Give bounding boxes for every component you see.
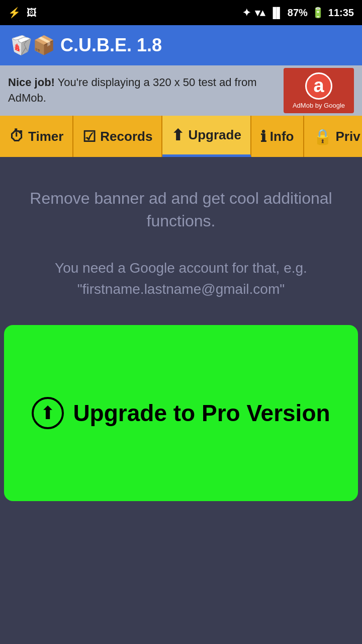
timer-icon: ⏱: [9, 128, 24, 145]
tab-timer[interactable]: ⏱ Timer: [0, 116, 73, 157]
tab-privacy-label: Priv: [336, 129, 360, 144]
upgrade-tab-icon: ⬆: [171, 126, 184, 144]
tab-info[interactable]: ℹ Info: [251, 116, 304, 157]
ad-banner: Nice job! You're displaying a 320 x 50 t…: [0, 65, 362, 116]
signal-icon: ▐▌: [269, 7, 283, 19]
promo-text-secondary: You need a Google account for that, e.g.…: [15, 258, 347, 300]
records-icon: ☑: [82, 128, 96, 145]
battery-icon: 🔋: [312, 7, 324, 19]
status-left-icons: ⚡ 🖼: [8, 7, 37, 19]
usb-icon: ⚡: [8, 7, 21, 19]
app-emoji: 🥡📦: [10, 35, 55, 55]
status-right-icons: ✦ ▾▴ ▐▌ 87% 🔋 11:35: [242, 7, 354, 19]
promo-text-primary: Remove banner ad and get cool additional…: [15, 187, 347, 232]
image-icon: 🖼: [27, 7, 37, 19]
upgrade-button-container: ⬆ Upgrade to Pro Version: [0, 325, 362, 501]
tab-info-label: Info: [270, 129, 294, 144]
wifi-icon: ▾▴: [255, 7, 265, 19]
ad-text: Nice job! You're displaying a 320 x 50 t…: [8, 75, 284, 106]
bluetooth-icon: ✦: [242, 7, 251, 19]
clock: 11:35: [328, 7, 354, 19]
nav-tabs: ⏱ Timer ☑ Records ⬆ Upgrade ℹ Info 🔒 Pri…: [0, 116, 362, 157]
tab-records-label: Records: [100, 129, 152, 144]
battery-percent: 87%: [288, 7, 308, 19]
upgrade-circle-icon: ⬆: [32, 397, 64, 429]
tab-privacy[interactable]: 🔒 Priv: [304, 116, 362, 157]
lock-icon: 🔒: [313, 128, 332, 145]
app-header: 🥡📦 C.U.B.E. 1.8: [0, 25, 362, 65]
tab-upgrade-label: Upgrade: [188, 127, 241, 143]
admob-label: AdMob by Google: [293, 102, 345, 109]
upgrade-button-label: Upgrade to Pro Version: [73, 399, 330, 427]
tab-upgrade[interactable]: ⬆ Upgrade: [162, 116, 251, 157]
ad-bold-text: Nice job!: [8, 76, 55, 89]
main-content: Remove banner ad and get cool additional…: [0, 157, 362, 521]
tab-records[interactable]: ☑ Records: [73, 116, 162, 157]
info-icon: ℹ: [260, 128, 266, 145]
admob-icon: a: [305, 72, 332, 100]
ad-logo[interactable]: a AdMob by Google: [284, 68, 354, 113]
status-bar: ⚡ 🖼 ✦ ▾▴ ▐▌ 87% 🔋 11:35: [0, 0, 362, 25]
app-title: 🥡📦 C.U.B.E. 1.8: [10, 35, 162, 56]
tab-timer-label: Timer: [28, 129, 63, 144]
upgrade-to-pro-button[interactable]: ⬆ Upgrade to Pro Version: [4, 325, 358, 501]
